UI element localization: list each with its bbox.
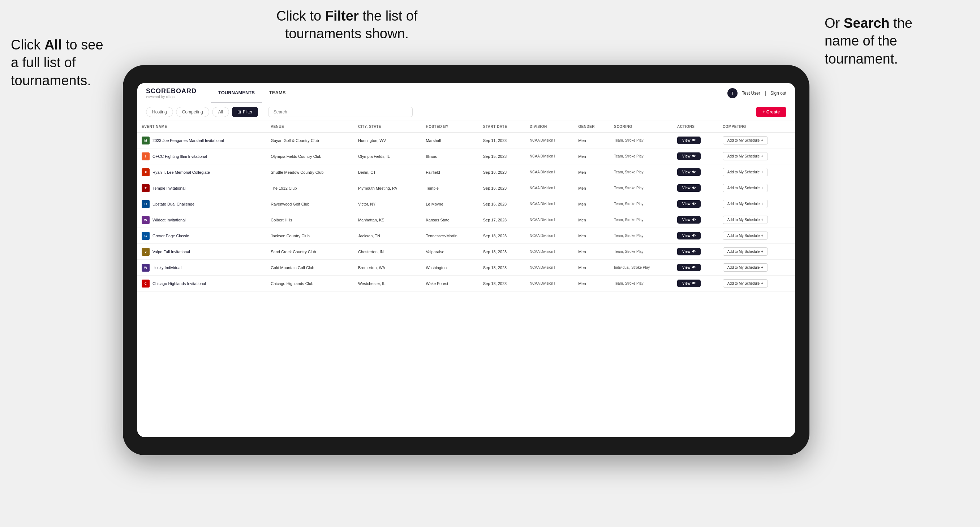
filter-button[interactable]: ⊞ Filter bbox=[232, 107, 258, 117]
view-button-3[interactable]: View 👁 bbox=[677, 184, 701, 192]
view-button-1[interactable]: View 👁 bbox=[677, 152, 701, 160]
cell-competing-1: Add to My Schedule + bbox=[718, 148, 795, 164]
tablet-frame: SCOREBOARD Powered by clippd TOURNAMENTS… bbox=[123, 65, 810, 455]
event-name-8: Husky Individual bbox=[153, 265, 181, 270]
cell-hosted-0: Marshall bbox=[422, 133, 479, 148]
cell-date-5: Sep 17, 2023 bbox=[479, 212, 525, 228]
view-button-7[interactable]: View 👁 bbox=[677, 248, 701, 256]
add-schedule-button-7[interactable]: Add to My Schedule + bbox=[723, 248, 768, 256]
cell-competing-9: Add to My Schedule + bbox=[718, 276, 795, 292]
tab-tournaments[interactable]: TOURNAMENTS bbox=[211, 83, 262, 103]
col-competing: COMPETING bbox=[718, 121, 795, 133]
cell-gender-1: Men bbox=[574, 148, 609, 164]
app-header: SCOREBOARD Powered by clippd TOURNAMENTS… bbox=[137, 83, 795, 103]
cell-competing-2: Add to My Schedule + bbox=[718, 164, 795, 180]
add-schedule-button-6[interactable]: Add to My Schedule + bbox=[723, 232, 768, 240]
cell-date-3: Sep 16, 2023 bbox=[479, 180, 525, 196]
cell-city-4: Victor, NY bbox=[354, 196, 422, 212]
eye-icon-5: 👁 bbox=[692, 218, 695, 222]
add-schedule-button-0[interactable]: Add to My Schedule + bbox=[723, 136, 768, 144]
cell-scoring-3: Team, Stroke Play bbox=[609, 180, 673, 196]
view-button-0[interactable]: View 👁 bbox=[677, 137, 701, 144]
competing-button[interactable]: Competing bbox=[176, 107, 209, 117]
cell-actions-5: View 👁 bbox=[673, 212, 718, 228]
table-header-row: EVENT NAME VENUE CITY, STATE HOSTED BY S… bbox=[137, 121, 795, 133]
cell-scoring-0: Team, Stroke Play bbox=[609, 133, 673, 148]
plus-icon-0: + bbox=[761, 138, 763, 142]
cell-hosted-1: Illinois bbox=[422, 148, 479, 164]
view-button-6[interactable]: View 👁 bbox=[677, 232, 701, 240]
cell-date-2: Sep 16, 2023 bbox=[479, 164, 525, 180]
add-schedule-button-8[interactable]: Add to My Schedule + bbox=[723, 264, 768, 271]
cell-scoring-1: Team, Stroke Play bbox=[609, 148, 673, 164]
table-row: F Ryan T. Lee Memorial Collegiate Shuttl… bbox=[137, 164, 795, 180]
hosting-button[interactable]: Hosting bbox=[146, 107, 173, 117]
eye-icon-9: 👁 bbox=[692, 281, 695, 285]
cell-date-1: Sep 15, 2023 bbox=[479, 148, 525, 164]
plus-icon-2: + bbox=[761, 170, 763, 174]
cell-scoring-9: Team, Stroke Play bbox=[609, 276, 673, 292]
col-start-date: START DATE bbox=[479, 121, 525, 133]
annotation-topright: Or Search thename of thetournament. bbox=[825, 14, 962, 68]
plus-icon-9: + bbox=[761, 281, 763, 285]
cell-competing-5: Add to My Schedule + bbox=[718, 212, 795, 228]
cell-competing-7: Add to My Schedule + bbox=[718, 244, 795, 260]
view-button-9[interactable]: View 👁 bbox=[677, 279, 701, 287]
cell-city-6: Jackson, TN bbox=[354, 228, 422, 244]
cell-competing-3: Add to My Schedule + bbox=[718, 180, 795, 196]
team-logo-6: G bbox=[142, 232, 150, 240]
add-schedule-button-9[interactable]: Add to My Schedule + bbox=[723, 279, 768, 287]
team-logo-0: M bbox=[142, 137, 150, 144]
table-container[interactable]: EVENT NAME VENUE CITY, STATE HOSTED BY S… bbox=[137, 121, 795, 437]
add-schedule-button-4[interactable]: Add to My Schedule + bbox=[723, 200, 768, 208]
filter-bar: Hosting Competing All ⊞ Filter + Create bbox=[137, 103, 795, 121]
team-logo-4: U bbox=[142, 200, 150, 208]
all-button[interactable]: All bbox=[212, 107, 229, 117]
cell-actions-0: View 👁 bbox=[673, 133, 718, 148]
team-logo-3: T bbox=[142, 184, 150, 192]
add-schedule-button-1[interactable]: Add to My Schedule + bbox=[723, 152, 768, 160]
cell-venue-3: The 1912 Club bbox=[266, 180, 354, 196]
cell-hosted-9: Wake Forest bbox=[422, 276, 479, 292]
plus-icon-5: + bbox=[761, 218, 763, 222]
cell-hosted-2: Fairfield bbox=[422, 164, 479, 180]
signout-link[interactable]: Sign out bbox=[770, 90, 786, 96]
cell-actions-9: View 👁 bbox=[673, 276, 718, 292]
search-input[interactable] bbox=[268, 107, 413, 117]
eye-icon-1: 👁 bbox=[692, 154, 695, 158]
cell-actions-4: View 👁 bbox=[673, 196, 718, 212]
view-button-5[interactable]: View 👁 bbox=[677, 216, 701, 224]
table-row: I OFCC Fighting Illini Invitational Olym… bbox=[137, 148, 795, 164]
table-row: W Husky Individual Gold Mountain Golf Cl… bbox=[137, 260, 795, 276]
col-venue: VENUE bbox=[266, 121, 354, 133]
cell-hosted-3: Temple bbox=[422, 180, 479, 196]
eye-icon-4: 👁 bbox=[692, 202, 695, 206]
create-button[interactable]: + Create bbox=[756, 107, 786, 117]
cell-event-name-2: F Ryan T. Lee Memorial Collegiate bbox=[137, 164, 266, 180]
cell-division-0: NCAA Division I bbox=[525, 133, 574, 148]
cell-event-name-4: U Upstate Dual Challenge bbox=[137, 196, 266, 212]
add-schedule-button-2[interactable]: Add to My Schedule + bbox=[723, 168, 768, 176]
separator: | bbox=[765, 90, 766, 97]
eye-icon-2: 👁 bbox=[692, 170, 695, 174]
cell-city-0: Huntington, WV bbox=[354, 133, 422, 148]
logo-sub: Powered by clippd bbox=[146, 95, 197, 98]
tab-teams[interactable]: TEAMS bbox=[262, 83, 293, 103]
cell-venue-2: Shuttle Meadow Country Club bbox=[266, 164, 354, 180]
col-city-state: CITY, STATE bbox=[354, 121, 422, 133]
add-schedule-button-3[interactable]: Add to My Schedule + bbox=[723, 184, 768, 192]
view-button-4[interactable]: View 👁 bbox=[677, 200, 701, 208]
cell-venue-1: Olympia Fields Country Club bbox=[266, 148, 354, 164]
annotation-topleft: Click All to seea full list oftournament… bbox=[11, 36, 126, 90]
add-schedule-button-5[interactable]: Add to My Schedule + bbox=[723, 216, 768, 224]
cell-hosted-5: Kansas State bbox=[422, 212, 479, 228]
table-row: V Valpo Fall Invitational Sand Creek Cou… bbox=[137, 244, 795, 260]
view-button-8[interactable]: View 👁 bbox=[677, 264, 701, 271]
plus-icon-3: + bbox=[761, 186, 763, 190]
cell-competing-6: Add to My Schedule + bbox=[718, 228, 795, 244]
cell-city-5: Manhattan, KS bbox=[354, 212, 422, 228]
search-box bbox=[268, 107, 413, 117]
team-logo-7: V bbox=[142, 248, 150, 256]
cell-scoring-2: Team, Stroke Play bbox=[609, 164, 673, 180]
view-button-2[interactable]: View 👁 bbox=[677, 168, 701, 176]
